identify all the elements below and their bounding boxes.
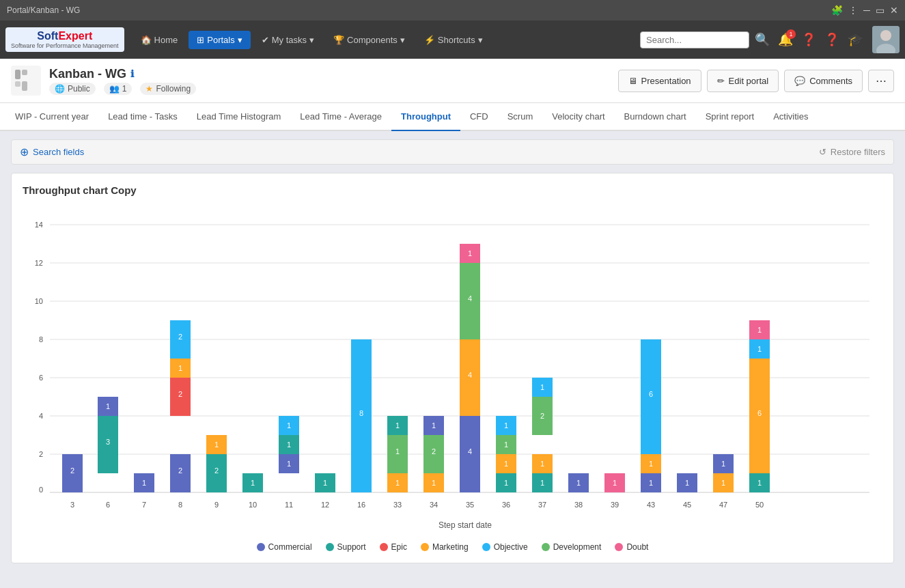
svg-text:45: 45: [683, 501, 691, 509]
shortcuts-icon: ⚡: [424, 35, 435, 45]
svg-text:4: 4: [39, 412, 43, 420]
svg-text:1: 1: [214, 440, 219, 449]
tab-cfd[interactable]: CFD: [460, 103, 498, 131]
tab-burndown-chart[interactable]: Burndown chart: [615, 103, 696, 131]
home-icon: 🏠: [141, 35, 152, 45]
svg-text:1: 1: [251, 479, 255, 487]
comment-icon: 💬: [794, 76, 805, 86]
svg-text:1: 1: [395, 479, 400, 487]
presentation-button[interactable]: 🖥 Presentation: [618, 70, 701, 92]
presentation-icon: 🖥: [628, 76, 637, 86]
tab-lead-time-tasks[interactable]: Lead time - Tasks: [98, 103, 187, 131]
svg-text:4: 4: [468, 447, 472, 456]
more-options-button[interactable]: ⋯: [868, 70, 894, 92]
search-input[interactable]: [640, 31, 749, 48]
comments-button[interactable]: 💬 Comments: [784, 70, 863, 92]
throughput-chart: 14 12 10 8 6 4 2 0 2: [23, 207, 881, 535]
svg-text:8: 8: [178, 501, 182, 509]
svg-text:2: 2: [178, 333, 182, 341]
info-icon[interactable]: ℹ: [130, 68, 134, 79]
help-icon[interactable]: ❓: [798, 29, 819, 50]
graduation-icon[interactable]: 🎓: [845, 29, 865, 50]
puzzle-icon[interactable]: 🧩: [831, 5, 843, 16]
nav-components[interactable]: 🏆 Components ▾: [325, 31, 413, 49]
svg-text:1: 1: [540, 479, 544, 487]
svg-text:1: 1: [287, 421, 291, 430]
svg-text:34: 34: [430, 501, 438, 509]
avatar[interactable]: [872, 26, 900, 53]
notification-bell[interactable]: 🔔 1: [775, 29, 796, 50]
restore-filters-button[interactable]: ↺ Restore filters: [819, 147, 885, 157]
svg-text:4: 4: [468, 294, 472, 303]
minimize-icon[interactable]: ─: [863, 5, 870, 16]
page-header: Kanban - WG ℹ 🌐 Public 👥 1 ★ Following: [0, 59, 905, 103]
legend-epic: Epic: [380, 542, 407, 552]
svg-text:Step start date: Step start date: [438, 520, 492, 530]
svg-text:1: 1: [757, 479, 762, 487]
svg-text:1: 1: [613, 479, 617, 487]
svg-text:1: 1: [504, 460, 508, 468]
top-navigation: SoftExpert Software for Performance Mana…: [0, 20, 905, 59]
svg-text:11: 11: [285, 501, 293, 509]
svg-text:47: 47: [719, 501, 727, 509]
svg-text:36: 36: [502, 501, 510, 509]
help-alt-icon[interactable]: ❓: [822, 29, 842, 50]
svg-text:50: 50: [755, 501, 764, 509]
close-icon[interactable]: ✕: [890, 5, 898, 16]
svg-text:1: 1: [649, 479, 653, 487]
shortcuts-dropdown-icon: ▾: [478, 35, 483, 45]
search-fields-button[interactable]: ⊕ Search fields: [20, 145, 84, 158]
legend-objective: Objective: [482, 542, 528, 552]
svg-text:8: 8: [359, 409, 363, 417]
portals-dropdown-icon: ▾: [238, 35, 242, 45]
search-icon[interactable]: 🔍: [752, 29, 772, 50]
tab-lead-time-average[interactable]: Lead Time - Average: [290, 103, 391, 131]
svg-text:1: 1: [757, 345, 762, 353]
tab-throughput[interactable]: Throughput: [391, 103, 460, 131]
svg-text:6: 6: [39, 374, 43, 382]
svg-text:33: 33: [393, 501, 402, 509]
mytasks-dropdown-icon: ▾: [309, 35, 314, 45]
nav-portals[interactable]: ⊞ Portals ▾: [189, 31, 250, 49]
nav-mytasks[interactable]: ✔ My tasks ▾: [253, 31, 322, 49]
svg-text:7: 7: [142, 501, 146, 509]
svg-text:6: 6: [649, 390, 653, 398]
svg-text:12: 12: [35, 259, 43, 267]
notification-badge: 1: [786, 29, 796, 39]
following-tag[interactable]: ★ Following: [140, 83, 196, 95]
svg-text:6: 6: [757, 409, 762, 417]
more-icon[interactable]: ⋮: [848, 5, 858, 16]
svg-text:8: 8: [39, 335, 43, 344]
edit-portal-button[interactable]: ✏ Edit portal: [707, 70, 779, 92]
svg-text:1: 1: [504, 479, 508, 487]
legend-doubt: Doubt: [615, 542, 648, 552]
svg-text:1: 1: [395, 421, 400, 430]
tab-activities[interactable]: Activities: [764, 103, 818, 131]
svg-text:1: 1: [721, 460, 725, 468]
tab-wip[interactable]: WIP - Current year: [5, 103, 98, 131]
maximize-icon[interactable]: ▭: [876, 5, 885, 16]
logo-expert: Expert: [58, 30, 92, 42]
tab-velocity-chart[interactable]: Velocity chart: [542, 103, 614, 131]
nav-shortcuts[interactable]: ⚡ Shortcuts ▾: [416, 31, 491, 49]
tab-sprint-report[interactable]: Sprint report: [696, 103, 764, 131]
chart-title: Throughput chart Copy: [23, 184, 882, 196]
svg-text:1: 1: [757, 326, 762, 334]
tab-scrum[interactable]: Scrum: [498, 103, 543, 131]
svg-text:12: 12: [321, 501, 329, 509]
visibility-tag: 🌐 Public: [49, 83, 96, 95]
svg-text:1: 1: [178, 364, 182, 372]
legend-support: Support: [326, 542, 366, 552]
svg-text:1: 1: [323, 479, 327, 487]
components-dropdown-icon: ▾: [400, 35, 405, 45]
tab-lead-time-histogram[interactable]: Lead Time Histogram: [187, 103, 291, 131]
svg-text:1: 1: [106, 402, 110, 410]
tabs-bar: WIP - Current year Lead time - Tasks Lea…: [0, 103, 905, 131]
nav-home[interactable]: 🏠 Home: [133, 31, 186, 49]
svg-text:9: 9: [214, 501, 219, 509]
svg-text:1: 1: [685, 479, 689, 487]
page-header-left: Kanban - WG ℹ 🌐 Public 👥 1 ★ Following: [11, 66, 196, 96]
tasks-icon: ✔: [262, 35, 269, 45]
svg-text:43: 43: [647, 501, 655, 509]
edit-icon: ✏: [717, 76, 725, 86]
